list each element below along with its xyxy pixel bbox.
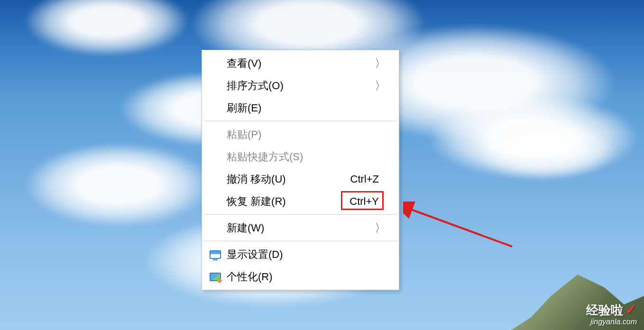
menu-label-new: 新建(W) — [227, 221, 388, 235]
watermark: 经验啦 ✓ jingyanla.com — [586, 301, 637, 326]
personalize-icon — [210, 272, 221, 282]
menu-item-redo[interactable]: 恢复 新建(R) Ctrl+Y — [203, 190, 398, 212]
chevron-right-icon: 〉 — [375, 220, 386, 236]
menu-label-refresh: 刷新(E) — [227, 101, 388, 115]
menu-label-paste: 粘贴(P) — [227, 128, 388, 142]
menu-item-view[interactable]: 查看(V) 〉 — [203, 52, 398, 74]
menu-item-paste: 粘贴(P) — [203, 123, 398, 146]
watermark-title: 经验啦 — [586, 302, 623, 319]
menu-shortcut-redo: Ctrl+Y — [350, 195, 379, 208]
menu-label-view: 查看(V) — [227, 56, 388, 71]
menu-shortcut-undo: Ctrl+Z — [350, 173, 379, 185]
watermark-url: jingyanla.com — [586, 318, 637, 326]
menu-item-new[interactable]: 新建(W) 〉 — [203, 217, 398, 239]
menu-item-display-settings[interactable]: 显示设置(D) — [203, 243, 398, 266]
menu-item-paste-shortcut: 粘贴快捷方式(S) — [203, 146, 398, 168]
chevron-right-icon: 〉 — [375, 56, 386, 71]
desktop-context-menu: 查看(V) 〉 排序方式(O) 〉 刷新(E) 粘贴(P) 粘贴快捷方式(S) … — [202, 50, 399, 290]
menu-item-personalize[interactable]: 个性化(R) — [203, 266, 398, 288]
menu-label-undo: 撤消 移动(U) — [227, 172, 350, 186]
menu-label-redo: 恢复 新建(R) — [227, 194, 350, 209]
chevron-right-icon: 〉 — [375, 78, 386, 93]
menu-item-undo[interactable]: 撤消 移动(U) Ctrl+Z — [203, 168, 398, 190]
menu-separator — [204, 121, 397, 121]
menu-label-display: 显示设置(D) — [227, 248, 388, 262]
menu-separator — [204, 241, 397, 241]
menu-label-personalize: 个性化(R) — [227, 270, 388, 284]
menu-label-paste-shortcut: 粘贴快捷方式(S) — [227, 150, 388, 164]
check-icon: ✓ — [625, 301, 637, 318]
display-settings-icon — [210, 250, 221, 259]
menu-item-sort[interactable]: 排序方式(O) 〉 — [203, 74, 398, 97]
menu-item-refresh[interactable]: 刷新(E) — [203, 97, 398, 119]
menu-label-sort: 排序方式(O) — [227, 79, 388, 93]
menu-separator — [204, 214, 397, 215]
